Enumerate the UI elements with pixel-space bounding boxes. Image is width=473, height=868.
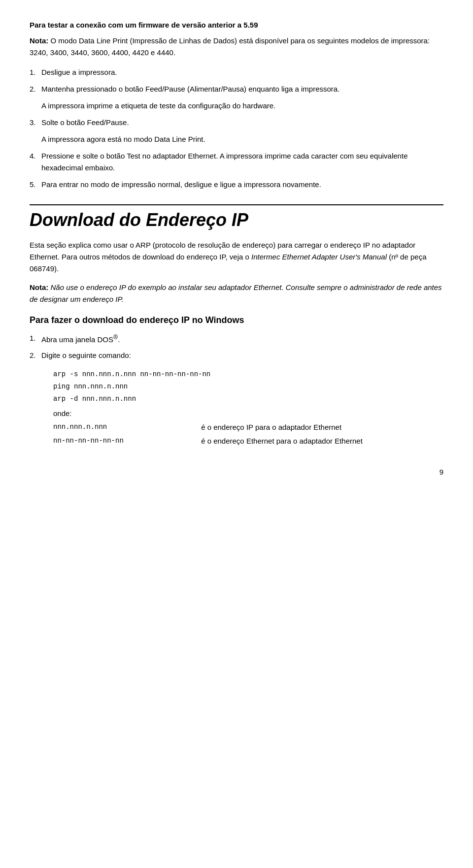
sub-step-2-text: Digite o seguinte comando: — [41, 350, 131, 361]
step-2b: A impressora imprime a etiqueta de teste… — [30, 100, 443, 112]
note2-text: Não use o endereço IP do exemplo ao inst… — [30, 283, 442, 303]
step-1-number: 1. — [30, 66, 38, 78]
step-3b-number — [30, 133, 38, 145]
subsection-steps: 1. Abra uma janela DOS®. 2. Digite o seg… — [30, 332, 443, 361]
code-line-1: arp -s nnn.nnn.n.nnn nn-nn-nn-nn-nn-nn — [53, 368, 443, 381]
sub-step-1-text: Abra uma janela DOS®. — [41, 332, 120, 346]
code-line-3: arp -d nnn.nnn.n.nnn — [53, 393, 443, 405]
intro-note: Nota: O modo Data Line Print (Impressão … — [30, 35, 443, 59]
sub-step-2-number: 2. — [30, 350, 38, 361]
step-3-text: Solte o botão Feed/Pause. — [41, 117, 129, 129]
sub-step-1: 1. Abra uma janela DOS®. — [30, 332, 443, 346]
note2: Nota: Não use o endereço IP do exemplo a… — [30, 282, 443, 305]
definitions-table: nnn.nnn.n.nnn é o endereço IP para o ada… — [53, 420, 443, 448]
step-4-number: 4. — [30, 150, 38, 174]
steps-list: 1. Desligue a impressora. 2. Mantenha pr… — [30, 66, 443, 191]
sub-step-1-number: 1. — [30, 332, 38, 346]
definition-term-2: nn-nn-nn-nn-nn-nn — [53, 434, 201, 448]
subsection-title: Para fazer o download do endereço IP no … — [30, 315, 443, 325]
note2-label: Nota: — [30, 283, 48, 291]
step-3b-text: A impressora agora está no modo Data Lin… — [41, 133, 205, 145]
step-4: 4. Pressione e solte o botão Test no ada… — [30, 150, 443, 174]
section-title: Download do Endereço IP — [30, 209, 443, 230]
step-1: 1. Desligue a impressora. — [30, 66, 443, 78]
code-line-2: ping nnn.nnn.n.nnn — [53, 381, 443, 393]
step-4-text: Pressione e solte o botão Test no adapta… — [41, 150, 443, 174]
step-2-text: Mantenha pressionado o botão Feed/Pause … — [41, 83, 339, 95]
section-divider — [30, 204, 443, 205]
step-3-number: 3. — [30, 117, 38, 129]
definition-row-2: nn-nn-nn-nn-nn-nn é o endereço Ethernet … — [53, 434, 443, 448]
sub-step-2: 2. Digite o seguinte comando: — [30, 350, 443, 361]
definition-row-1: nnn.nnn.n.nnn é o endereço IP para o ada… — [53, 420, 443, 434]
note-label: Nota: — [30, 36, 48, 45]
definition-desc-2: é o endereço Ethernet para o adaptador E… — [201, 434, 443, 448]
onde-label: onde: — [53, 409, 443, 418]
note-text: O modo Data Line Print (Impressão de Lin… — [30, 36, 430, 57]
step-2b-number — [30, 100, 38, 112]
definition-term-1: nnn.nnn.n.nnn — [53, 420, 201, 434]
step-1-text: Desligue a impressora. — [41, 66, 117, 78]
step-3b: A impressora agora está no modo Data Lin… — [30, 133, 443, 145]
definition-desc-1: é o endereço IP para o adaptador Etherne… — [201, 420, 443, 434]
code-block: arp -s nnn.nnn.n.nnn nn-nn-nn-nn-nn-nn p… — [53, 368, 443, 406]
step-2: 2. Mantenha pressionado o botão Feed/Pau… — [30, 83, 443, 95]
step-2b-text: A impressora imprime a etiqueta de teste… — [41, 100, 275, 112]
intro-heading: Para testar a conexão com um firmware de… — [30, 20, 443, 31]
step-3: 3. Solte o botão Feed/Pause. — [30, 117, 443, 129]
step-2-number: 2. — [30, 83, 38, 95]
step-5-text: Para entrar no modo de impressão normal,… — [41, 179, 321, 191]
page-number: 9 — [30, 468, 443, 476]
step-5-number: 5. — [30, 179, 38, 191]
section-paragraph-1: Esta seção explica como usar o ARP (prot… — [30, 239, 443, 275]
step-5: 5. Para entrar no modo de impressão norm… — [30, 179, 443, 191]
page-content: Para testar a conexão com um firmware de… — [30, 20, 443, 476]
